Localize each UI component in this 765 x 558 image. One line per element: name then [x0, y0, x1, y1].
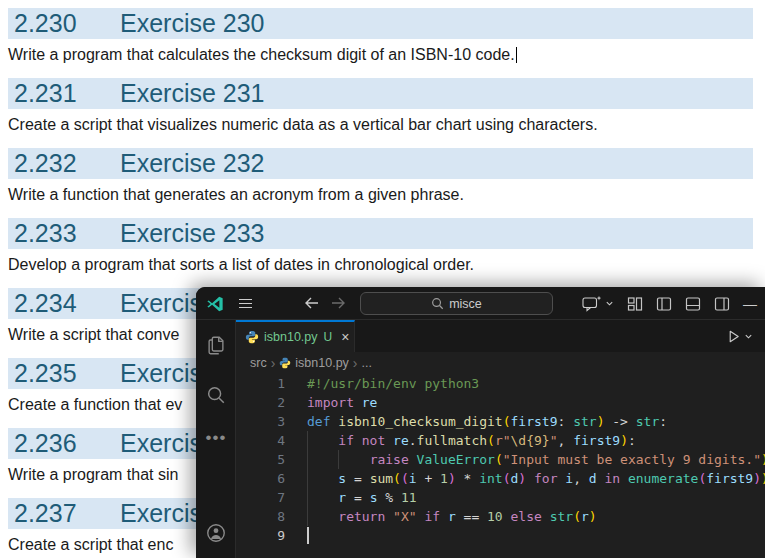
more-actions-icon[interactable]: ••• [196, 428, 236, 448]
exercise-number: 2.231 [14, 78, 120, 108]
code-line[interactable]: 3def isbn10_checksum_digit(first9: str) … [236, 412, 765, 431]
code-line[interactable]: 8 return "X" if r == 10 else str(r) [236, 507, 765, 526]
exercise-heading: 2.232Exercise 232 [8, 148, 753, 179]
back-arrow-icon[interactable] [304, 295, 320, 311]
breadcrumb-src[interactable]: src [250, 356, 267, 370]
line-number: 1 [236, 374, 285, 393]
line-number: 6 [236, 469, 285, 488]
code-text: return "X" if r == 10 else str(r) [307, 507, 597, 526]
exercise-heading: 2.231Exercise 231 [8, 78, 753, 109]
code-line[interactable]: 7 r = s % 11 [236, 488, 765, 507]
tab-bar: isbn10.py U × [236, 320, 765, 352]
command-center-search[interactable]: misce [360, 292, 553, 315]
activity-bar: ••• [196, 320, 236, 558]
line-number: 2 [236, 393, 285, 412]
code-text: #!/usr/bin/env python3 [307, 374, 479, 393]
code-text: s = sum((i + 1) * int(d) for i, d in enu… [307, 469, 765, 488]
editor-cursor [307, 527, 309, 544]
exercise-block: 2.230Exercise 230Write a program that ca… [0, 8, 765, 62]
line-number: 5 [236, 450, 285, 469]
code-line[interactable]: 4 if not re.fullmatch(r"\d{9}", first9): [236, 431, 765, 450]
search-sidebar-icon[interactable] [196, 384, 236, 406]
code-text: if not re.fullmatch(r"\d{9}", first9): [307, 431, 636, 450]
chevron-down-icon [744, 332, 753, 341]
play-icon [726, 329, 741, 344]
exercise-heading: 2.233Exercise 233 [8, 218, 753, 249]
customize-layout-icon[interactable] [627, 296, 643, 312]
code-line[interactable]: 9 [236, 526, 765, 545]
line-number: 9 [236, 526, 285, 545]
exercise-block: 2.232Exercise 232Write a function that g… [0, 148, 765, 202]
search-icon [431, 297, 444, 310]
exercise-description: Write a function that generates an acron… [8, 187, 765, 202]
close-tab-icon[interactable]: × [341, 329, 349, 345]
explorer-icon[interactable] [196, 334, 236, 356]
exercise-number: 2.236 [14, 428, 120, 458]
python-icon [279, 357, 291, 369]
exercise-number: 2.234 [14, 288, 120, 318]
exercise-title: Exercise 232 [120, 149, 265, 177]
code-text: import re [307, 393, 377, 412]
breadcrumb: src › isbn10.py › ... [236, 352, 765, 374]
run-button[interactable] [726, 320, 753, 352]
tab-isbn10-py[interactable]: isbn10.py U × [236, 320, 355, 352]
minimize-button[interactable]: — [743, 296, 757, 312]
code-text: r = s % 11 [307, 488, 417, 507]
code-line[interactable]: 6 s = sum((i + 1) * int(d) for i, d in e… [236, 469, 765, 488]
forward-arrow-icon[interactable] [330, 295, 346, 311]
exercise-description: Write a program that calculates the chec… [8, 47, 765, 62]
exercise-title: Exercise 230 [120, 9, 265, 37]
exercise-description: Create a script that visualizes numeric … [8, 117, 765, 132]
code-line[interactable]: 5 raise ValueError("Input must be exactl… [236, 450, 765, 469]
text-cursor [516, 47, 517, 63]
exercise-number: 2.232 [14, 148, 120, 178]
line-number: 7 [236, 488, 285, 507]
code-text: raise ValueError("Input must be exactly … [307, 450, 765, 469]
editor[interactable]: src › isbn10.py › ... 1#!/usr/bin/env py… [236, 352, 765, 558]
account-icon[interactable] [196, 522, 236, 544]
git-status-badge: U [324, 330, 333, 344]
vscode-window: misce — •• [196, 287, 765, 558]
exercise-title: Exercise 233 [120, 219, 265, 247]
titlebar: misce — [196, 287, 765, 320]
menu-icon[interactable] [238, 296, 253, 311]
exercise-title: Exercise 231 [120, 79, 265, 107]
toggle-secondary-sidebar-icon[interactable] [714, 296, 730, 312]
exercise-block: 2.233Exercise 233Develop a program that … [0, 218, 765, 272]
code-line[interactable]: 2import re [236, 393, 765, 412]
chevron-right-icon: › [271, 357, 276, 369]
exercise-number: 2.230 [14, 8, 120, 38]
vscode-logo-icon [206, 295, 224, 313]
code-text: def isbn10_checksum_digit(first9: str) -… [307, 412, 667, 431]
chevron-down-icon [605, 299, 614, 308]
exercise-heading: 2.230Exercise 230 [8, 8, 753, 39]
line-number: 8 [236, 507, 285, 526]
code-line[interactable]: 1#!/usr/bin/env python3 [236, 374, 765, 393]
toggle-primary-sidebar-icon[interactable] [656, 296, 672, 312]
search-value: misce [449, 297, 482, 311]
python-icon [245, 330, 259, 344]
line-number: 3 [236, 412, 285, 431]
titlebar-controls: — [582, 287, 757, 320]
exercise-number: 2.235 [14, 358, 120, 388]
breadcrumb-file[interactable]: isbn10.py [295, 356, 349, 370]
exercise-number: 2.237 [14, 498, 120, 528]
exercise-description: Develop a program that sorts a list of d… [8, 257, 765, 272]
copilot-chat-icon[interactable] [582, 295, 614, 312]
tab-filename: isbn10.py [264, 330, 318, 344]
breadcrumb-symbol[interactable]: ... [362, 356, 372, 370]
code-area[interactable]: 1#!/usr/bin/env python32import re3def is… [236, 374, 765, 545]
exercise-number: 2.233 [14, 218, 120, 248]
chevron-right-icon: › [353, 357, 358, 369]
exercise-block: 2.231Exercise 231Create a script that vi… [0, 78, 765, 132]
line-number: 4 [236, 431, 285, 450]
toggle-panel-icon[interactable] [685, 296, 701, 312]
